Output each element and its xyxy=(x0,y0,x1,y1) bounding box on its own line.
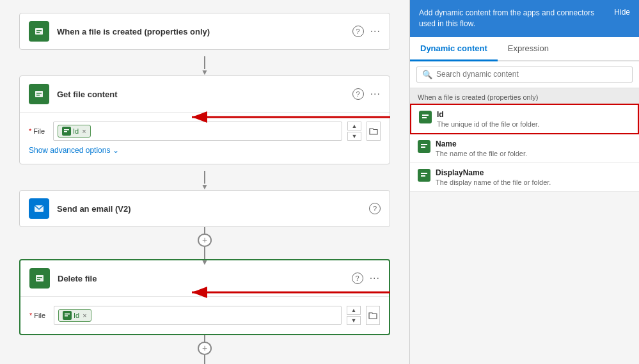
search-input-wrap[interactable]: 🔍 xyxy=(416,67,633,83)
dynamic-item-id-icon xyxy=(419,111,432,123)
get-file-field-input[interactable]: Id × xyxy=(53,122,342,141)
search-icon: 🔍 xyxy=(422,70,432,79)
delete-file-token-id[interactable]: Id × xyxy=(58,309,91,322)
add-step-btn-1[interactable]: + xyxy=(198,233,212,247)
delete-file-field-label: * File xyxy=(29,312,49,319)
trigger-actions: ? ··· xyxy=(352,26,381,37)
get-file-icon xyxy=(29,84,49,104)
svg-rect-28 xyxy=(422,115,429,116)
show-advanced-label: Show advanced options xyxy=(29,146,110,155)
dynamic-item-name-label: Name xyxy=(436,139,631,148)
delete-file-folder-btn[interactable] xyxy=(366,306,380,325)
dynamic-item-id-name: Id xyxy=(437,110,630,119)
svg-rect-18 xyxy=(37,277,42,278)
dynamic-item-displayname-desc: The display name of the file or folder. xyxy=(436,178,631,186)
token-remove-delete[interactable]: × xyxy=(83,312,86,319)
svg-rect-5 xyxy=(36,30,42,31)
plus-line-bottom-2 xyxy=(204,355,205,361)
trigger-icon xyxy=(29,21,49,42)
svg-rect-13 xyxy=(64,131,67,132)
show-advanced-chevron: ⌄ xyxy=(113,146,119,155)
svg-rect-32 xyxy=(421,146,425,148)
send-email-help-icon[interactable]: ? xyxy=(369,203,381,214)
get-file-field-row: * File Id × ▲ ▼ xyxy=(29,122,381,141)
get-file-token-id[interactable]: Id × xyxy=(58,125,91,138)
delete-file-expand-btn[interactable]: ▲ xyxy=(347,306,361,315)
step-get-file-header: Get file content ? ··· xyxy=(20,76,390,112)
svg-rect-12 xyxy=(64,129,69,131)
svg-rect-35 xyxy=(421,175,425,177)
arrow-down-2 xyxy=(204,171,205,184)
delete-file-icon xyxy=(29,268,50,289)
delete-file-title: Delete file xyxy=(58,274,344,283)
get-file-collapse-btn[interactable]: ▼ xyxy=(347,132,361,141)
dynamic-item-name-icon xyxy=(418,140,430,153)
search-box: 🔍 xyxy=(410,61,639,88)
svg-rect-9 xyxy=(36,93,42,94)
trigger-more-icon[interactable]: ··· xyxy=(370,26,381,37)
search-input[interactable] xyxy=(436,70,627,79)
delete-file-field-input[interactable]: Id × xyxy=(54,306,342,325)
tab-expression[interactable]: Expression xyxy=(498,37,559,61)
show-advanced-options[interactable]: Show advanced options ⌄ xyxy=(29,146,381,155)
get-file-expand-btn[interactable]: ▲ xyxy=(347,122,361,131)
plus-line-bottom xyxy=(204,247,205,253)
get-file-side-btns: ▲ ▼ xyxy=(347,122,361,141)
dynamic-content-area: When a file is created (properties only)… xyxy=(410,88,639,364)
step-send-email-header: Send an email (V2) ? xyxy=(20,191,390,226)
svg-rect-21 xyxy=(65,313,70,315)
token-icon-delete xyxy=(63,311,72,320)
token-remove-get[interactable]: × xyxy=(82,127,86,135)
delete-file-side-btns: ▲ ▼ xyxy=(347,306,361,325)
delete-file-help-icon[interactable]: ? xyxy=(352,273,363,284)
dynamic-item-displayname-icon xyxy=(418,169,430,182)
svg-rect-22 xyxy=(65,315,68,317)
get-file-body: * File Id × ▲ ▼ xyxy=(20,112,390,164)
get-file-folder-btn[interactable] xyxy=(367,122,381,141)
flow-canvas: When a file is created (properties only)… xyxy=(0,0,409,364)
dynamic-item-name-desc: The name of the file or folder. xyxy=(436,150,631,157)
step-trigger: When a file is created (properties only)… xyxy=(19,13,390,50)
dynamic-item-id-desc: The unique id of the file or folder. xyxy=(437,120,630,128)
dynamic-header-text: Add dynamic content from the apps and co… xyxy=(419,8,608,29)
trigger-help-icon[interactable]: ? xyxy=(352,26,364,37)
plus-line-top-2 xyxy=(204,335,205,342)
get-file-field-label: * File xyxy=(29,127,48,135)
delete-file-field-row: * File Id × ▲ ▼ xyxy=(29,306,380,325)
dynamic-header: Add dynamic content from the apps and co… xyxy=(410,0,639,37)
send-email-actions: ? xyxy=(369,203,381,214)
dynamic-item-displayname-info: DisplayName The display name of the file… xyxy=(436,168,631,186)
delete-file-collapse-btn[interactable]: ▼ xyxy=(347,316,361,325)
dynamic-item-id-info: Id The unique id of the file or folder. xyxy=(437,110,630,128)
svg-rect-10 xyxy=(36,95,40,96)
plus-connector-1: + xyxy=(19,227,390,259)
get-file-help-icon[interactable]: ? xyxy=(352,88,364,100)
token-label-delete: Id xyxy=(74,312,79,319)
plus-line-top xyxy=(204,227,205,233)
dynamic-item-name[interactable]: Name The name of the file or folder. xyxy=(410,134,639,163)
flow-steps-wrapper: When a file is created (properties only)… xyxy=(19,13,390,364)
svg-rect-17 xyxy=(36,275,43,281)
connector-2 xyxy=(19,164,390,190)
arrow-down-1 xyxy=(204,56,205,69)
connector-1 xyxy=(19,50,390,75)
svg-rect-4 xyxy=(35,28,43,35)
dynamic-content-panel: Add dynamic content from the apps and co… xyxy=(409,0,639,364)
step-delete-file: Delete file ? ··· * File Id × xyxy=(19,259,390,335)
add-step-btn-2[interactable]: + xyxy=(198,342,212,355)
get-file-more-icon[interactable]: ··· xyxy=(370,88,381,100)
tab-dynamic-content[interactable]: Dynamic content xyxy=(410,37,498,61)
token-label-get: Id xyxy=(73,127,79,135)
delete-file-actions: ? ··· xyxy=(352,273,380,284)
section-label: When a file is created (properties only) xyxy=(410,88,639,104)
svg-rect-34 xyxy=(421,173,427,174)
svg-rect-31 xyxy=(421,144,427,145)
delete-file-body: * File Id × ▲ ▼ xyxy=(20,296,389,334)
trigger-title: When a file is created (properties only) xyxy=(57,27,345,36)
dynamic-item-id[interactable]: Id The unique id of the file or folder. xyxy=(410,104,639,134)
dynamic-item-displayname[interactable]: DisplayName The display name of the file… xyxy=(410,163,639,192)
hide-button[interactable]: Hide xyxy=(614,8,630,17)
step-send-email: Send an email (V2) ? xyxy=(19,190,390,227)
svg-rect-29 xyxy=(422,117,427,118)
delete-file-more-icon[interactable]: ··· xyxy=(370,273,380,284)
